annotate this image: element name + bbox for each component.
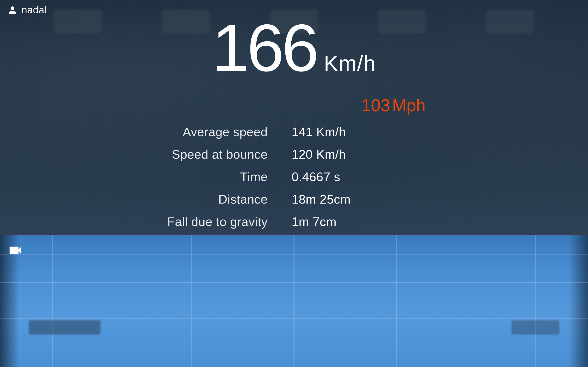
- stat-label-distance: Distance: [163, 192, 280, 206]
- speed-display: 166 Km/h: [0, 14, 588, 81]
- stat-label-average-speed: Average speed: [163, 125, 280, 139]
- stats-rows-container: Average speed 141 Km/h Speed at bounce 1…: [163, 122, 425, 234]
- stats-panel-section: nadal 166 Km/h 103 Mph Average speed 141…: [0, 0, 588, 234]
- stat-row-time: Time 0.4667 s: [163, 167, 425, 186]
- speed-kmh-unit: Km/h: [324, 51, 376, 76]
- video-camera-icon: [8, 243, 23, 258]
- stat-value-speed-bounce: 120 Km/h: [280, 147, 346, 161]
- speed-mph-unit: Mph: [392, 96, 425, 115]
- stats-data-panel: 103 Mph Average speed 141 Km/h Speed at …: [163, 96, 425, 234]
- stat-value-time: 0.4667 s: [280, 170, 340, 184]
- mph-speed-line: 103 Mph: [163, 96, 425, 115]
- stat-label-speed-bounce: Speed at bounce: [163, 147, 280, 161]
- stat-label-time: Time: [163, 170, 280, 184]
- stat-value-distance: 18m 25cm: [280, 192, 351, 206]
- user-name-label: nadal: [22, 4, 47, 16]
- person-icon: [7, 5, 18, 15]
- user-header: nadal: [7, 4, 47, 16]
- stat-row-speed-bounce: Speed at bounce 120 Km/h: [163, 145, 425, 164]
- speed-kmh-value: 166: [212, 14, 317, 81]
- speed-mph-value: 103: [352, 96, 390, 115]
- camera-icon-button[interactable]: [8, 243, 23, 259]
- stat-label-gravity: Fall due to gravity: [163, 215, 280, 229]
- stat-value-gravity: 1m 7cm: [280, 215, 337, 229]
- court-video-section: [0, 235, 588, 367]
- stat-row-gravity: Fall due to gravity 1m 7cm: [163, 212, 425, 231]
- stat-row-average-speed: Average speed 141 Km/h: [163, 122, 425, 142]
- court-lines-overlay: [0, 235, 588, 367]
- score-overlay-right: [511, 320, 559, 334]
- stat-value-average-speed: 141 Km/h: [280, 125, 346, 139]
- score-overlay-left: [29, 320, 101, 334]
- vertical-divider: [280, 122, 280, 234]
- stat-row-distance: Distance 18m 25cm: [163, 190, 425, 209]
